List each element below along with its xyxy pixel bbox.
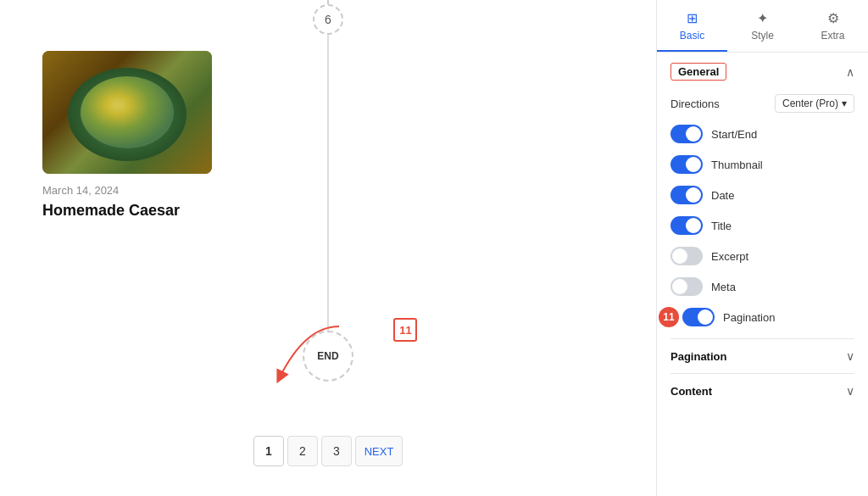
toggle-pagination-label: Pagination	[723, 311, 775, 324]
toggle-pagination-switch[interactable]	[682, 308, 715, 326]
directions-dropdown[interactable]: Center (Pro) ▾	[775, 94, 854, 113]
toggle-excerpt-label: Excerpt	[711, 250, 748, 263]
step-circle: 6	[313, 4, 343, 35]
directions-row: Directions Center (Pro) ▾	[670, 94, 854, 113]
style-icon: ✦	[757, 10, 768, 26]
tab-extra[interactable]: ⚙ Extra	[798, 0, 868, 52]
post-date: March 14, 2024	[42, 184, 246, 197]
tabs-bar: ⊞ Basic ✦ Style ⚙ Extra	[657, 0, 868, 53]
tab-style[interactable]: ✦ Style	[727, 0, 798, 52]
right-panel: ⊞ Basic ✦ Style ⚙ Extra General ∧ Direct…	[656, 0, 868, 496]
general-label: General	[670, 63, 726, 81]
toggle-title-label: Title	[711, 220, 732, 232]
toggle-thumbnail-label: Thumbnail	[711, 159, 763, 171]
page-3-button[interactable]: 3	[321, 436, 352, 466]
food-image-bg	[42, 51, 212, 174]
food-bowl	[68, 68, 186, 161]
directions-value: Center (Pro)	[782, 98, 838, 109]
toggle-start-end: Start/End	[670, 125, 854, 143]
pagination-bar: 1 2 3 NEXT	[253, 436, 403, 466]
pagination-chevron-icon: ∨	[846, 349, 854, 363]
toggle-pagination: 11 Pagination	[670, 308, 854, 326]
toggle-meta-switch[interactable]	[670, 277, 703, 296]
pagination-section-label: Pagination	[670, 350, 726, 363]
dropdown-chevron-icon: ▾	[842, 98, 847, 109]
directions-label: Directions	[670, 98, 720, 110]
toggle-excerpt-switch[interactable]	[670, 247, 703, 265]
toggle-thumbnail: Thumbnail	[670, 155, 854, 174]
post-title: Homemade Caesar	[42, 202, 246, 220]
tab-basic[interactable]: ⊞ Basic	[657, 0, 727, 52]
post-image	[42, 51, 212, 174]
panel-content: General ∧ Directions Center (Pro) ▾ Star…	[657, 53, 868, 418]
toggle-meta-label: Meta	[711, 281, 736, 293]
toggle-start-end-label: Start/End	[711, 128, 757, 141]
general-chevron[interactable]: ∧	[846, 65, 854, 79]
tab-style-label: Style	[751, 30, 774, 42]
annotation-badge-right: 11	[659, 307, 679, 327]
end-circle: END	[303, 331, 353, 382]
toggle-date: Date	[670, 186, 854, 204]
page-1-button[interactable]: 1	[253, 436, 284, 466]
basic-icon: ⊞	[687, 10, 698, 26]
pagination-section[interactable]: Pagination ∨	[670, 338, 854, 373]
toggle-meta: Meta	[670, 277, 854, 296]
toggle-start-end-switch[interactable]	[670, 125, 703, 143]
toggle-excerpt: Excerpt	[670, 247, 854, 265]
page-2-button[interactable]: 2	[287, 436, 318, 466]
toggle-thumbnail-switch[interactable]	[670, 155, 703, 174]
left-panel: 6 March 14, 2024 Homemade Caesar END 11 …	[0, 0, 656, 496]
content-chevron-icon: ∨	[846, 384, 854, 398]
content-section[interactable]: Content ∨	[670, 373, 854, 408]
extra-icon: ⚙	[827, 10, 839, 26]
toggle-date-switch[interactable]	[670, 186, 703, 204]
annotation-badge-left: 11	[393, 318, 417, 342]
general-section-header: General ∧	[670, 63, 854, 81]
tab-basic-label: Basic	[680, 30, 704, 42]
next-button[interactable]: NEXT	[355, 436, 403, 466]
toggle-title: Title	[670, 216, 854, 235]
tab-extra-label: Extra	[821, 30, 844, 42]
toggle-title-switch[interactable]	[670, 216, 703, 235]
content-section-label: Content	[670, 385, 712, 398]
toggle-date-label: Date	[711, 189, 734, 202]
timeline-line-mid	[327, 35, 329, 332]
post-card: March 14, 2024 Homemade Caesar	[42, 51, 246, 220]
